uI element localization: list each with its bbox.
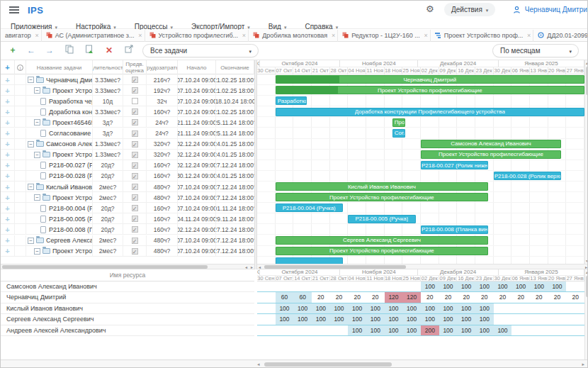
gantt-bar[interactable]: Проект Устройство профилесгибающие <box>276 193 489 201</box>
table-row[interactable]: +P218-00.008 (Планк20д?✓160ч?02.12.24 09… <box>1 224 254 235</box>
load-grid-vertical-scrollbar[interactable]: ▲ <box>584 269 588 359</box>
gantt-bar[interactable]: Прое <box>392 118 405 127</box>
table-row[interactable]: +P218-00.005 (Ручка20д?✓160ч?04.11.24 09… <box>1 213 254 224</box>
plus-icon[interactable]: + <box>5 161 9 169</box>
plus-icon[interactable]: + <box>5 204 9 213</box>
resource-row[interactable]: Чернавчиц Дмитрий <box>1 292 254 303</box>
actions-button[interactable]: Действия▾ <box>444 3 495 16</box>
table-row[interactable]: +P218-00.004 (Ручка20д?✓160ч?07.10.24 09… <box>1 203 254 213</box>
tab-3[interactable]: Устройство профилесгиб...× <box>145 30 249 42</box>
table-row[interactable]: +P218-00.027 (Ролик20д?✓160ч?02.12.24 09… <box>1 160 254 171</box>
estimate-checkbox[interactable]: ✓ <box>132 141 138 147</box>
gantt-bar[interactable]: Проект Устройство профилесгибающие <box>276 247 489 255</box>
table-row[interactable]: +Разработка чертеж10д32ч07.10.24 09:0018… <box>1 96 254 106</box>
table-row[interactable]: +−Самсонов Александ Ив1.33мес?✓320ч?02.1… <box>1 139 254 150</box>
estimate-checkbox[interactable]: ✓ <box>132 108 138 115</box>
copy-button[interactable] <box>63 45 76 57</box>
estimate-checkbox[interactable]: ✓ <box>132 130 138 137</box>
table-row[interactable]: +P218-00.028 (Ролик20д?✓160ч?30.12.24 09… <box>1 171 254 182</box>
gantt-horizontal-scrollbar[interactable]: ◂ ▸ <box>257 264 588 269</box>
estimate-checkbox[interactable]: ✓ <box>132 194 138 201</box>
estimate-checkbox[interactable]: ✓ <box>132 184 138 190</box>
gantt-vertical-scrollbar[interactable]: ▲ ▼ <box>584 60 588 264</box>
add-row-icon[interactable]: + <box>5 63 9 72</box>
collapse-icon[interactable]: − <box>28 141 34 147</box>
estimate-checkbox[interactable]: ✓ <box>132 152 138 158</box>
tab-1[interactable]: авигатор× <box>1 30 42 42</box>
collapse-icon[interactable]: − <box>34 87 40 94</box>
delete-button[interactable]: ✕ <box>103 45 115 57</box>
table-row[interactable]: +−Проект Устройство пр2мес?✓480ч?07.10.2… <box>1 246 254 257</box>
table-row[interactable]: +−Проект Устройство пр1.33мес?✓320ч?02.1… <box>1 150 254 160</box>
table-row[interactable]: +Доработка констру3.33мес?✓160ч?07.10.24… <box>1 106 254 117</box>
hamburger-menu-icon[interactable] <box>9 6 19 13</box>
plus-icon[interactable]: + <box>5 172 9 180</box>
estimate-checkbox[interactable]: ✓ <box>132 162 138 169</box>
collapse-icon[interactable]: − <box>28 238 34 244</box>
table-row[interactable]: +−Кислый Иванов Иванов2мес?✓480ч?07.10.2… <box>1 182 254 192</box>
paste-button[interactable] <box>83 45 96 57</box>
plus-icon[interactable]: + <box>5 215 9 223</box>
plus-icon[interactable]: + <box>5 194 9 202</box>
gantt-bar[interactable]: Сергеев Александ Сергеевич <box>276 236 489 245</box>
resource-row[interactable]: Кислый Иванов Иванович <box>1 303 254 314</box>
plus-icon[interactable]: + <box>5 118 9 127</box>
footer-scroll-thumb[interactable] <box>264 362 392 367</box>
gantt-bar[interactable]: Согла <box>392 129 405 138</box>
estimate-checkbox[interactable]: ✓ <box>132 226 138 233</box>
collapse-icon[interactable]: − <box>34 248 40 255</box>
indent-right-button[interactable]: → <box>43 45 56 57</box>
estimate-checkbox[interactable]: ✓ <box>132 238 138 244</box>
close-icon[interactable]: × <box>424 30 428 41</box>
plus-icon[interactable]: + <box>5 183 9 191</box>
gantt-bar[interactable]: Кислый Иванов Иванович <box>276 182 489 191</box>
collapse-icon[interactable]: − <box>28 77 34 83</box>
close-icon[interactable]: × <box>242 30 246 41</box>
edit-link-button[interactable] <box>123 45 135 57</box>
estimate-checkbox[interactable]: ✓ <box>132 216 138 222</box>
plus-icon[interactable]: + <box>5 150 9 159</box>
close-icon[interactable]: × <box>332 30 335 41</box>
scroll-right-icon[interactable]: ▸ <box>582 362 584 367</box>
tab-6[interactable]: Проект Устройство проф...× <box>431 30 534 42</box>
estimate-checkbox[interactable]: ✓ <box>132 173 138 179</box>
table-row[interactable]: +−Проект Устройство пр2мес?✓480ч?07.10.2… <box>1 192 254 203</box>
plus-icon[interactable]: + <box>5 247 9 255</box>
task-filter-dropdown[interactable]: Все задачи▾ <box>142 44 259 57</box>
close-icon[interactable]: × <box>138 30 142 41</box>
plus-icon[interactable]: + <box>5 236 9 245</box>
gantt-bar[interactable]: P218-00.028 (Ролик верхний) <box>494 172 561 180</box>
tab-7[interactable]: ДД20.01-2099 (Коммутат...× <box>533 30 588 42</box>
estimate-checkbox[interactable] <box>132 98 138 104</box>
collapse-icon[interactable]: − <box>34 119 40 126</box>
estimate-checkbox[interactable]: ✓ <box>132 87 138 94</box>
plus-icon[interactable]: + <box>5 87 9 95</box>
gantt-bar[interactable]: Чернавчиц Дмитрий <box>276 75 584 84</box>
table-horizontal-scrollbar[interactable]: ◂ ▸ <box>1 264 254 269</box>
estimate-checkbox[interactable]: ✓ <box>132 248 138 255</box>
estimate-checkbox[interactable]: ✓ <box>132 77 138 83</box>
resource-row[interactable]: Самсонов Александ Иванович <box>1 281 254 292</box>
plus-icon[interactable]: + <box>5 76 9 84</box>
table-row[interactable]: +−Чернавчиц Дмитрий3.33мес?✓216ч?07.10.2… <box>1 74 254 85</box>
indent-left-button[interactable]: ← <box>25 45 38 57</box>
estimate-checkbox[interactable]: ✓ <box>132 119 138 126</box>
gantt-bar[interactable]: P218-00.027 (Ролик нижний) <box>421 161 488 169</box>
resource-row[interactable]: Сергеев Александ Сергеевич <box>1 314 254 325</box>
plus-icon[interactable]: + <box>5 225 9 234</box>
gantt-bar[interactable]: Самсонов Александ Иванович <box>421 140 561 148</box>
plus-icon[interactable]: + <box>5 129 9 138</box>
gantt-bar[interactable] <box>276 257 343 264</box>
time-scale-dropdown[interactable]: По месяцам▾ <box>492 44 579 57</box>
table-row[interactable]: +−Сергеев Александ Серг2мес?✓480ч?07.10.… <box>1 235 254 246</box>
estimate-checkbox[interactable]: ✓ <box>132 205 138 211</box>
table-row[interactable]: +−Проект4654654654653д?✓24ч?21.11.24 09:… <box>1 117 254 128</box>
collapse-icon[interactable]: − <box>34 152 40 158</box>
close-icon[interactable]: × <box>527 30 531 41</box>
gantt-bar[interactable]: Доработка конструкции Профилесгибающего … <box>276 108 584 116</box>
gantt-bar[interactable]: Проект Устройство профилесгибающие <box>421 150 561 159</box>
plus-icon[interactable]: + <box>5 140 9 148</box>
tab-5[interactable]: Редуктор - 1Ц2У-160 ...× <box>338 30 431 42</box>
gantt-bar[interactable]: Разработка черт <box>276 96 307 105</box>
collapse-icon[interactable]: − <box>28 184 34 190</box>
